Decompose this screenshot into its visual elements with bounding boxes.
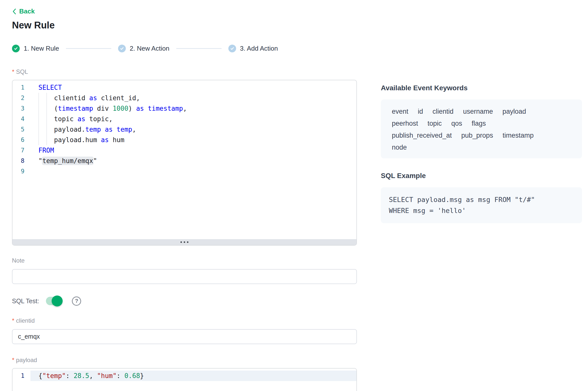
clientid-label-text: clientid <box>16 317 35 324</box>
code-token: 0.68 <box>124 372 140 380</box>
code-token: as <box>101 136 109 144</box>
event-keyword: peerhost <box>392 117 418 129</box>
code-line: "temp_hum/emqx" <box>30 156 356 166</box>
code-token: payload.hum <box>38 136 101 144</box>
code-line: FROM <box>30 145 356 156</box>
sql-example-panel: SELECT payload.msg as msg FROM "t/#"WHER… <box>381 187 582 223</box>
indent-guide <box>38 103 39 114</box>
editor-resize-handle[interactable] <box>12 239 356 245</box>
code-line-row: 8"temp_hum/emqx" <box>12 156 356 166</box>
code-token: timestamp <box>148 105 183 112</box>
code-token: , <box>132 126 136 133</box>
check-icon <box>13 46 18 51</box>
event-keyword: qos <box>451 117 462 129</box>
sql-example-title: SQL Example <box>381 172 582 180</box>
note-field-label: Note <box>12 257 357 264</box>
code-line-row: 4 topic as topic, <box>12 114 356 124</box>
code-token: " <box>93 157 97 165</box>
clientid-input[interactable] <box>12 329 357 344</box>
sql-test-toggle[interactable] <box>46 297 62 305</box>
sql-example-line: SELECT payload.msg as msg FROM "t/#" <box>389 194 574 205</box>
help-sidebar: Available Event Keywords eventidclientid… <box>381 84 582 391</box>
event-keyword: node <box>392 141 407 153</box>
event-keyword: event <box>392 105 408 117</box>
indent-guide <box>46 103 47 114</box>
code-line-row: 1SELECT <box>12 82 356 93</box>
code-token: 28.5 <box>74 372 89 380</box>
event-keyword: clientid <box>433 105 453 117</box>
keywords-panel: eventidclientidusernamepayloadpeerhostto… <box>381 99 582 158</box>
note-label-text: Note <box>12 257 25 264</box>
step-check-circle <box>228 45 236 52</box>
step-connector <box>176 48 222 49</box>
code-line: clientid as client_id, <box>30 93 356 103</box>
code-line-row: 7FROM <box>12 145 356 156</box>
code-line: payload.temp as temp, <box>30 124 356 135</box>
code-token: : <box>66 372 74 380</box>
sql-code-editor[interactable]: 1SELECT2 clientid as client_id,3 (timest… <box>12 80 357 246</box>
step-2[interactable]: 2. New Action <box>118 45 169 52</box>
step-label: 2. New Action <box>130 45 169 52</box>
indent-guide <box>38 114 39 124</box>
step-1[interactable]: 1. New Rule <box>12 45 59 52</box>
code-token: SELECT <box>38 84 62 91</box>
line-number: 1 <box>12 371 30 381</box>
code-line: topic as topic, <box>30 114 356 124</box>
indent-guide <box>46 93 47 103</box>
payload-code-editor[interactable]: 1{"temp": 28.5, "hum": 0.68} <box>12 368 357 391</box>
keyword-row: peerhosttopicqosflags <box>392 117 571 129</box>
code-token: as <box>78 115 85 123</box>
line-number: 1 <box>12 82 30 93</box>
event-keyword: flags <box>472 117 486 129</box>
code-token: clientid <box>38 94 89 102</box>
code-token: as <box>89 94 97 102</box>
event-keyword: username <box>463 105 493 117</box>
required-mark: * <box>12 68 14 75</box>
indent-guide <box>46 124 47 135</box>
code-line: (timestamp div 1000) as timestamp, <box>30 103 356 114</box>
payload-code-area[interactable]: 1{"temp": 28.5, "hum": 0.68} <box>12 369 356 381</box>
code-token: timestamp <box>58 105 93 112</box>
keywords-panel-title: Available Event Keywords <box>381 84 582 92</box>
indent-guide <box>46 114 47 124</box>
drag-dots-icon <box>180 241 182 243</box>
clientid-field-label: * clientid <box>12 317 357 324</box>
code-token: temp <box>117 126 132 133</box>
code-line: payload.hum as hum <box>30 135 356 145</box>
drag-dots-icon <box>187 241 188 243</box>
step-check-circle <box>12 45 20 52</box>
sql-example-line: WHERE msg = 'hello' <box>389 205 574 216</box>
line-number: 9 <box>12 166 30 177</box>
note-input[interactable] <box>12 269 357 284</box>
check-icon <box>120 46 124 51</box>
event-keyword: publish_received_at <box>392 129 452 141</box>
question-icon[interactable]: ? <box>72 296 81 306</box>
code-line: SELECT <box>30 82 356 93</box>
sql-test-row: SQL Test: ? <box>12 296 357 306</box>
code-token: hum <box>109 136 125 144</box>
sql-code-area[interactable]: 1SELECT2 clientid as client_id,3 (timest… <box>12 80 356 239</box>
event-keyword: topic <box>428 117 442 129</box>
code-token: "hum" <box>97 372 117 380</box>
keyword-row: node <box>392 141 571 153</box>
step-3[interactable]: 3. Add Action <box>228 45 278 52</box>
check-icon <box>230 46 235 51</box>
indent-guide <box>38 93 39 103</box>
code-token <box>101 126 105 133</box>
keyword-row: eventidclientidusernamepayload <box>392 105 571 117</box>
code-line-row: 5 payload.temp as temp, <box>12 124 356 135</box>
new-rule-page: Back New Rule 1. New Rule2. New Action3.… <box>0 0 588 391</box>
payload-field-label: * payload <box>12 357 357 364</box>
line-number: 4 <box>12 114 30 124</box>
back-label: Back <box>19 7 35 15</box>
code-token: " <box>38 157 42 165</box>
rule-form-column: Back New Rule 1. New Rule2. New Action3.… <box>12 7 357 391</box>
code-line <box>30 166 356 177</box>
line-number: 7 <box>12 145 30 156</box>
code-token: ) <box>128 105 136 112</box>
back-button[interactable]: Back <box>12 7 35 15</box>
step-connector <box>66 48 111 49</box>
toggle-knob <box>52 295 63 306</box>
sql-field-label: * SQL <box>12 68 357 75</box>
code-token: ( <box>38 105 58 112</box>
